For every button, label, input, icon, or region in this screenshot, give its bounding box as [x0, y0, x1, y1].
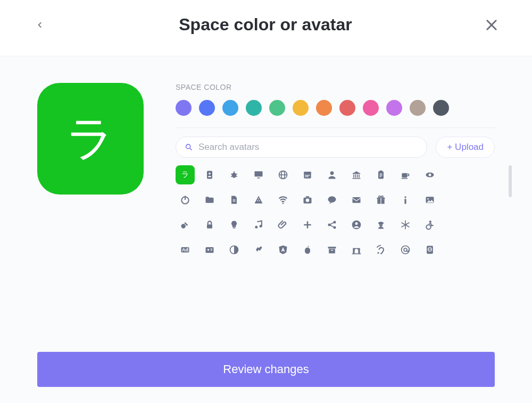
- upload-button[interactable]: + Upload: [436, 137, 495, 158]
- color-swatch-11[interactable]: [433, 100, 449, 116]
- folder-icon[interactable]: [200, 190, 219, 209]
- svg-rect-27: [355, 174, 356, 178]
- at-icon[interactable]: [396, 240, 415, 259]
- comment-icon[interactable]: [322, 190, 342, 209]
- svg-point-46: [258, 198, 259, 199]
- svg-line-74: [330, 225, 334, 227]
- search-icon: [185, 143, 193, 151]
- apple-icon[interactable]: [298, 240, 317, 259]
- review-changes-button[interactable]: Review changes: [37, 352, 495, 387]
- svg-point-56: [379, 196, 380, 198]
- archive-icon[interactable]: [322, 240, 342, 259]
- info-icon[interactable]: [396, 190, 415, 209]
- svg-point-49: [306, 199, 310, 203]
- svg-rect-50: [306, 196, 310, 198]
- bank-icon[interactable]: [347, 165, 366, 184]
- angular-icon[interactable]: [273, 240, 293, 259]
- svg-point-61: [427, 198, 429, 200]
- char[interactable]: ラ: [176, 165, 195, 184]
- svg-line-9: [231, 174, 232, 174]
- contrast-icon[interactable]: [225, 240, 244, 259]
- avatar-grid: ラAd: [176, 165, 495, 259]
- user-secret-icon[interactable]: [371, 215, 390, 234]
- sign-language-icon[interactable]: [249, 240, 268, 259]
- avatar-preview: ラ: [37, 83, 144, 195]
- globe-icon[interactable]: [273, 165, 293, 184]
- id-card-icon[interactable]: [200, 240, 219, 259]
- camera-icon[interactable]: [298, 190, 317, 209]
- svg-rect-29: [359, 174, 360, 178]
- svg-rect-36: [402, 173, 407, 178]
- archway-icon[interactable]: [347, 240, 366, 259]
- calendar-icon[interactable]: [298, 165, 317, 184]
- svg-point-47: [282, 203, 284, 204]
- plus-icon[interactable]: [298, 215, 317, 234]
- lightbulb-icon[interactable]: [225, 215, 244, 234]
- svg-point-95: [404, 248, 407, 251]
- color-swatch-2[interactable]: [222, 100, 238, 116]
- svg-rect-23: [305, 176, 307, 178]
- svg-point-94: [402, 246, 410, 254]
- atlas-icon[interactable]: [420, 240, 439, 259]
- color-swatch-4[interactable]: [269, 100, 285, 116]
- page-title: Space color or avatar: [179, 15, 352, 35]
- power-icon[interactable]: [176, 190, 195, 209]
- file-icon[interactable]: [225, 190, 244, 209]
- music-icon[interactable]: [249, 215, 268, 234]
- color-swatch-1[interactable]: [199, 100, 215, 116]
- color-swatch-0[interactable]: [176, 100, 192, 116]
- pizza-icon[interactable]: [249, 190, 268, 209]
- color-swatch-6[interactable]: [316, 100, 332, 116]
- user-circle-icon[interactable]: [347, 215, 366, 234]
- assistive-listening-icon[interactable]: [371, 240, 390, 259]
- wifi-icon[interactable]: [273, 190, 293, 209]
- svg-rect-13: [255, 171, 263, 176]
- key-icon[interactable]: [176, 215, 195, 234]
- svg-rect-64: [207, 224, 212, 229]
- svg-point-82: [426, 225, 430, 229]
- color-swatch-10[interactable]: [410, 100, 426, 116]
- address-book-icon[interactable]: [200, 165, 219, 184]
- clipboard-icon[interactable]: [371, 165, 390, 184]
- image-icon[interactable]: [420, 190, 439, 209]
- svg-rect-90: [329, 249, 335, 253]
- user-icon[interactable]: [322, 165, 342, 184]
- color-swatch-8[interactable]: [363, 100, 379, 116]
- accessible-icon[interactable]: [420, 215, 439, 234]
- back-button[interactable]: [32, 17, 48, 33]
- svg-rect-19: [304, 172, 311, 173]
- svg-point-93: [377, 252, 379, 254]
- svg-rect-89: [328, 247, 336, 248]
- svg-rect-52: [353, 197, 361, 203]
- share-icon[interactable]: [322, 215, 342, 234]
- avatar-scrollbar[interactable]: [509, 165, 512, 197]
- avatar-search[interactable]: [176, 137, 427, 158]
- coffee-icon[interactable]: [396, 165, 415, 184]
- eye-icon[interactable]: [420, 165, 439, 184]
- svg-rect-24: [307, 176, 309, 178]
- lock-icon[interactable]: [200, 215, 219, 234]
- snowflake-icon[interactable]: [396, 215, 415, 234]
- color-swatch-3[interactable]: [246, 100, 262, 116]
- divider: [176, 128, 495, 128]
- svg-rect-30: [353, 178, 361, 179]
- svg-point-45: [259, 200, 260, 201]
- svg-point-2: [186, 145, 190, 149]
- svg-point-7: [232, 173, 236, 178]
- svg-rect-28: [357, 174, 358, 178]
- color-swatch-5[interactable]: [293, 100, 309, 116]
- ad-icon[interactable]: Ad: [176, 240, 195, 259]
- monitor-icon[interactable]: [249, 165, 268, 184]
- color-swatch-7[interactable]: [339, 100, 355, 116]
- svg-point-6: [209, 173, 211, 175]
- gift-icon[interactable]: [371, 190, 390, 209]
- color-swatch-9[interactable]: [386, 100, 402, 116]
- color-swatches: [176, 100, 495, 116]
- bug-icon[interactable]: [225, 165, 244, 184]
- envelope-icon[interactable]: [347, 190, 366, 209]
- svg-rect-37: [402, 178, 408, 179]
- paperclip-icon[interactable]: [273, 215, 293, 234]
- close-button[interactable]: [483, 16, 500, 33]
- svg-line-12: [236, 176, 237, 177]
- avatar-search-input[interactable]: [198, 142, 418, 153]
